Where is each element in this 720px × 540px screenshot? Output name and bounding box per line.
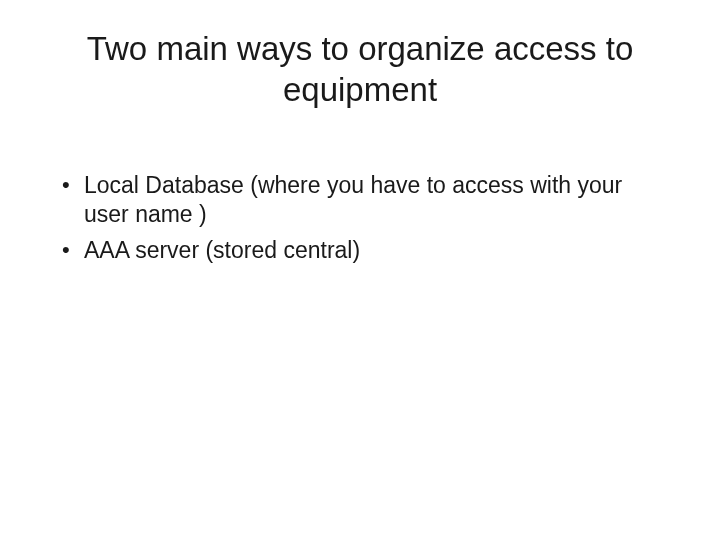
list-item: AAA server (stored central) <box>62 236 672 266</box>
list-item: Local Database (where you have to access… <box>62 171 672 231</box>
bullet-list: Local Database (where you have to access… <box>48 171 672 267</box>
slide: Two main ways to organize access to equi… <box>0 0 720 540</box>
slide-title: Two main ways to organize access to equi… <box>48 28 672 111</box>
